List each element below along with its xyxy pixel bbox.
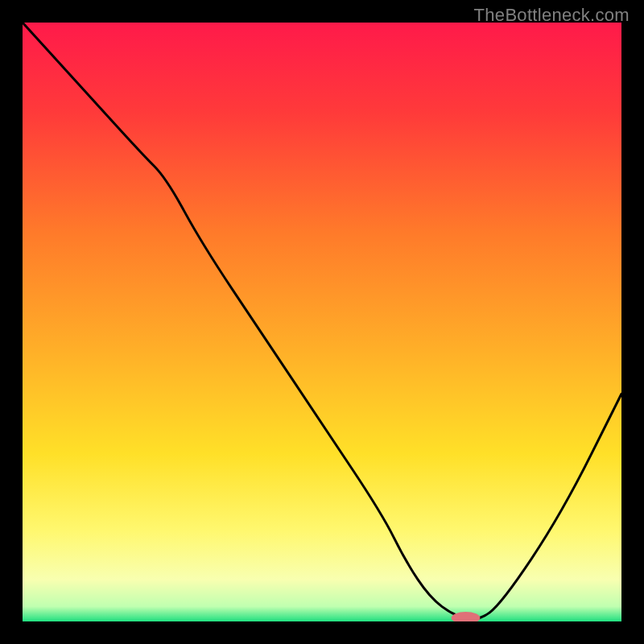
chart-plot-area (23, 23, 621, 621)
chart-background-gradient (23, 23, 621, 621)
watermark-text: TheBottleneck.com (474, 5, 630, 26)
chart-svg (23, 23, 621, 621)
